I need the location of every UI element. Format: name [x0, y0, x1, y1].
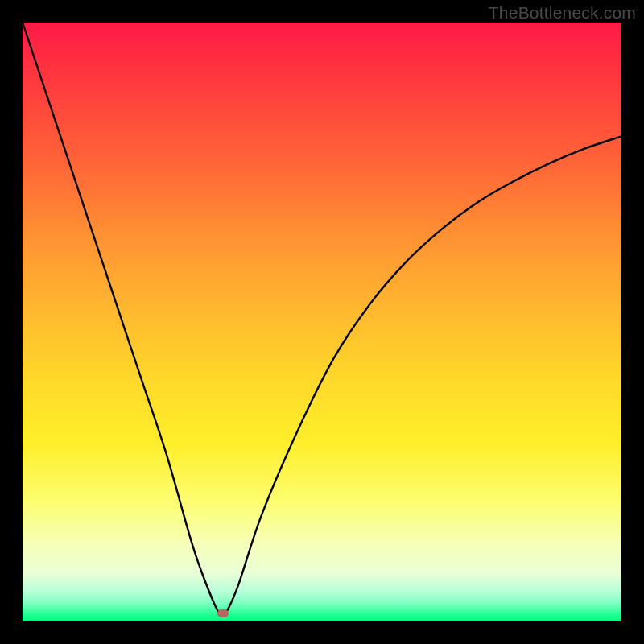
watermark-text: TheBottleneck.com: [489, 3, 636, 23]
chart-frame: [23, 23, 621, 621]
gradient-background: [23, 23, 621, 621]
optimal-marker: [217, 609, 229, 617]
